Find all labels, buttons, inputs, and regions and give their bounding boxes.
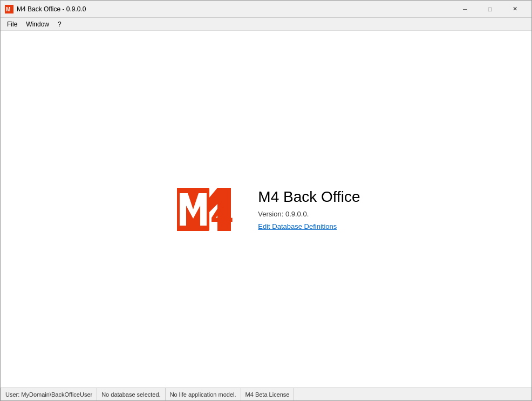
title-bar: M M4 Back Office - 0.9.0.0 ─ □ ✕ <box>1 1 531 18</box>
menu-item-window[interactable]: Window <box>22 18 53 30</box>
menu-bar: File Window ? <box>1 18 531 31</box>
status-bar: User: MyDomain\BackOfficeUser No databas… <box>1 388 531 400</box>
main-window: M M4 Back Office - 0.9.0.0 ─ □ ✕ File Wi… <box>0 0 532 401</box>
app-icon: M <box>5 5 13 13</box>
menu-item-file[interactable]: File <box>3 18 22 30</box>
edit-database-link[interactable]: Edit Database Definitions <box>258 222 360 230</box>
main-content: 4 M4 Back Office Version: 0.9.0.0. Edit … <box>1 31 531 388</box>
app-title: M4 Back Office <box>258 188 360 206</box>
menu-item-help[interactable]: ? <box>53 18 66 30</box>
app-info: M4 Back Office Version: 0.9.0.0. Edit Da… <box>258 188 360 230</box>
splash-container: 4 M4 Back Office Version: 0.9.0.0. Edit … <box>172 182 360 236</box>
status-database: No database selected. <box>97 388 165 400</box>
title-bar-left: M M4 Back Office - 0.9.0.0 <box>5 5 86 13</box>
m4-logo-svg: 4 <box>174 185 234 234</box>
window-title: M4 Back Office - 0.9.0.0 <box>17 5 86 13</box>
status-user: User: MyDomain\BackOfficeUser <box>1 388 97 400</box>
svg-text:M: M <box>6 6 10 12</box>
title-bar-controls: ─ □ ✕ <box>453 1 527 18</box>
svg-text:4: 4 <box>211 192 233 234</box>
status-license: M4 Beta License <box>241 388 295 400</box>
close-button[interactable]: ✕ <box>502 1 527 18</box>
logo-container: 4 <box>172 182 236 236</box>
minimize-button[interactable]: ─ <box>453 1 478 18</box>
app-version: Version: 0.9.0.0. <box>258 210 360 218</box>
maximize-button[interactable]: □ <box>478 1 502 18</box>
status-model: No life application model. <box>166 388 241 400</box>
